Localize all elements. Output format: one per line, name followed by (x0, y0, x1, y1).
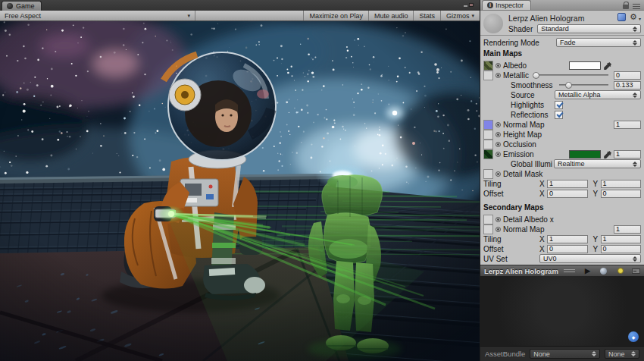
highlights-row: Highlights (483, 100, 641, 109)
game-tab-label: Game (16, 2, 35, 10)
emission-color-swatch[interactable] (569, 150, 601, 159)
detail-mask-texture-slot[interactable] (483, 169, 493, 179)
secondary-tiling-y-field[interactable]: 1 (601, 235, 642, 243)
popup-icon (631, 351, 636, 356)
emission-value-field[interactable]: 1 (614, 150, 641, 159)
source-dropdown[interactable]: Metallic Alpha (555, 90, 641, 99)
global-illumination-dropdown[interactable]: Realtime (554, 159, 641, 168)
metallic-value-field[interactable]: 0 (614, 71, 641, 80)
reflections-label: Reflections (511, 111, 555, 119)
highlights-checkbox[interactable] (555, 101, 563, 109)
pane-menu-icon[interactable] (633, 4, 640, 9)
texture-target-icon[interactable] (496, 73, 501, 78)
aspect-dropdown[interactable]: Free Aspect ▾ (0, 11, 195, 20)
stats-button[interactable]: Stats (413, 11, 440, 20)
assetbundle-dropdown[interactable]: None (530, 349, 600, 359)
gear-icon[interactable]: ⚙ (630, 13, 637, 21)
metallic-slider[interactable] (533, 74, 608, 76)
popup-icon (633, 93, 637, 98)
occlusion-row: Occlusion (483, 140, 641, 149)
normal-map-value-field[interactable]: 1 (614, 121, 641, 129)
inspector-panel: i Inspector Lerpz Alien Hologram ⚙ ▾ Sha… (480, 0, 644, 361)
texture-target-icon[interactable] (496, 122, 501, 127)
material-preview-sphere (483, 14, 503, 33)
normal-map-label: Normal Map (503, 121, 544, 129)
preview-light-toggle[interactable] (617, 268, 624, 274)
y-label: Y (593, 190, 599, 198)
main-maps-header: Main Maps (483, 49, 641, 59)
preview-sphere-toggle[interactable] (600, 268, 607, 275)
preview-play-button[interactable]: ▶ (580, 267, 595, 275)
chevron-down-icon: ▾ (471, 13, 474, 19)
secondary-offset-x-field[interactable]: 0 (547, 245, 588, 253)
rendering-mode-dropdown[interactable]: Fade (556, 38, 641, 47)
assetbundle-variant-dropdown[interactable]: None (605, 349, 639, 359)
texture-target-icon[interactable] (496, 132, 501, 137)
smoothness-value-field[interactable]: 0.133 (614, 81, 641, 89)
eyedropper-icon[interactable] (604, 61, 612, 70)
asset-label-tag-icon[interactable]: ◆ (628, 331, 639, 342)
smoothness-slider[interactable] (559, 84, 608, 86)
texture-target-icon[interactable] (496, 171, 501, 177)
global-illumination-row: Global Illumi Realtime (483, 159, 641, 168)
x-label: X (539, 190, 546, 198)
detail-albedo-texture-slot[interactable] (483, 215, 493, 224)
uv-set-row: UV Set UV0 (483, 254, 641, 263)
albedo-color-swatch[interactable] (569, 61, 601, 70)
main-offset-y-field[interactable]: 0 (601, 190, 642, 198)
game-viewport[interactable] (0, 21, 480, 361)
secondary-maps-header: Secondary Maps (483, 203, 641, 213)
lock-icon[interactable] (623, 5, 629, 9)
main-offset-x-field[interactable]: 0 (547, 190, 588, 198)
tab-game[interactable]: Game (2, 1, 42, 11)
texture-target-icon[interactable] (496, 142, 501, 147)
secondary-normal-map-row: Normal Map 1 (483, 224, 641, 234)
emission-texture-slot[interactable] (483, 149, 493, 159)
shader-dropdown[interactable]: Standard (537, 24, 641, 33)
secondary-offset-y-field[interactable]: 0 (601, 245, 642, 253)
uv-set-dropdown[interactable]: UV0 (539, 254, 641, 263)
prefab-cube-icon[interactable] (617, 13, 626, 21)
main-tiling-y-field[interactable]: 1 (601, 180, 642, 188)
vignette (0, 21, 480, 361)
secondary-tiling-x-field[interactable]: 1 (547, 235, 588, 243)
detail-albedo-label: Detail Albedo x (503, 215, 554, 224)
inspector-tabstrip: i Inspector (480, 0, 644, 11)
height-map-texture-slot[interactable] (483, 130, 493, 140)
y-label: Y (593, 180, 599, 188)
window-controls-icon[interactable] (464, 3, 474, 7)
secondary-offset-row: Offset X 0 Y 0 (483, 244, 641, 253)
info-icon: i (487, 2, 493, 8)
y-label: Y (593, 235, 599, 243)
offset-label: Offset (483, 245, 539, 253)
game-tabstrip: Game (0, 0, 480, 11)
texture-target-icon[interactable] (496, 217, 501, 222)
secondary-normal-value-field[interactable]: 1 (614, 225, 641, 234)
main-tiling-x-field[interactable]: 1 (547, 180, 588, 188)
normal-map-texture-slot[interactable] (483, 120, 493, 130)
metallic-texture-slot[interactable] (483, 71, 493, 80)
maximize-on-play-button[interactable]: Maximize on Play (303, 11, 368, 20)
texture-target-icon[interactable] (496, 152, 501, 157)
drag-handle-icon[interactable] (564, 269, 575, 273)
tiling-label: Tiling (483, 235, 539, 243)
secondary-normal-texture-slot[interactable] (483, 224, 493, 234)
metallic-label: Metallic (503, 71, 529, 80)
texture-target-icon[interactable] (496, 227, 501, 232)
rendering-mode-row: Rendering Mode Fade (483, 38, 641, 47)
preview-header[interactable]: Lerpz Alien Hologram ▶ (480, 265, 644, 276)
material-preview-area[interactable]: ◆ (480, 276, 644, 346)
preview-minimize-icon[interactable] (632, 268, 640, 274)
tab-inspector[interactable]: i Inspector (482, 0, 531, 10)
occlusion-texture-slot[interactable] (483, 140, 493, 149)
mute-audio-button[interactable]: Mute audio (368, 11, 414, 20)
shader-label: Shader (508, 25, 533, 33)
chevron-down-icon: ▾ (187, 13, 190, 19)
albedo-texture-slot[interactable] (483, 61, 493, 71)
eyedropper-icon[interactable] (604, 150, 612, 159)
reflections-checkbox[interactable] (555, 111, 563, 119)
albedo-row: Albedo (483, 61, 641, 70)
gizmos-dropdown[interactable]: Gizmos ▾ (440, 11, 480, 20)
game-view-icon (7, 3, 13, 9)
texture-target-icon[interactable] (496, 63, 501, 68)
